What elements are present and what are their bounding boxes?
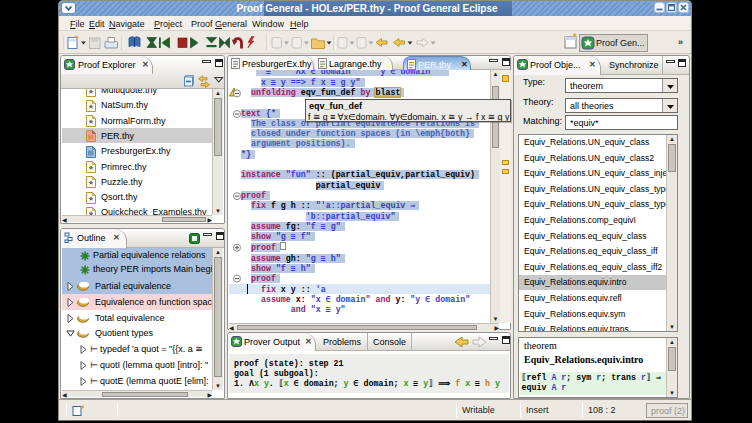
svg-text:»: »: [678, 37, 683, 47]
svg-text:Proof Gen...: Proof Gen...: [596, 38, 645, 48]
